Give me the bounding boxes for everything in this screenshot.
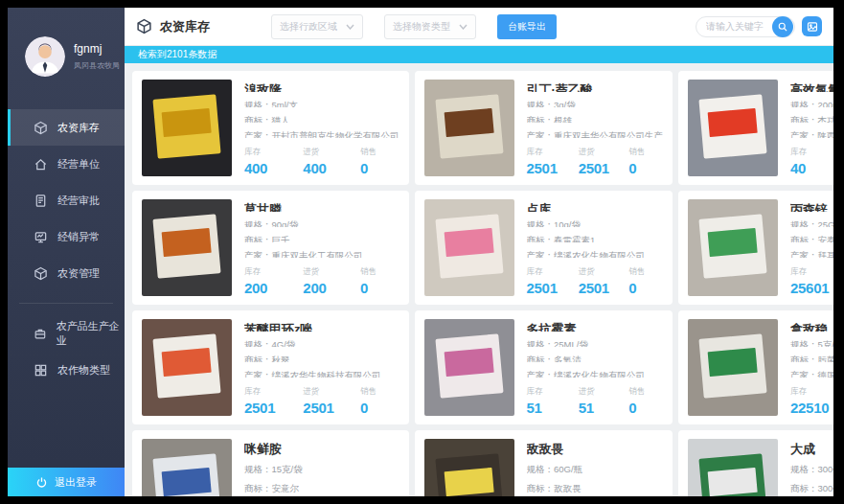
product-image-label xyxy=(162,108,212,137)
product-stats: 库存 40 进货 40 销售 0 xyxy=(790,147,833,176)
sidebar-item-crop-types[interactable]: 农作物类型 xyxy=(8,352,125,388)
product-card[interactable]: 草甘膦 规格：90g/袋 商标：巨千 产家：重庆双丰化工有限公司 库存 200 … xyxy=(132,191,409,305)
product-info: 大成 规格：300毫升/瓶 商标：300毫升敌敌畏 产家：山东大成生物有限公司 … xyxy=(790,439,833,496)
product-name: 草甘膦 xyxy=(244,201,399,212)
product-card[interactable]: 引丁·萘乙酸 规格：3g/袋 商标：根雄 产家：重庆双丰华公有限公司生产 库存 … xyxy=(415,71,673,185)
product-card[interactable]: 丙森锌 规格：25G/袋 商标：安泰生 产家：拜耳作物股份有限公司 库存 256… xyxy=(678,191,833,305)
product-card[interactable]: 拿敌稳 规格：5克/袋 商标：肟菌·戊唑醇 产家：德国拜耳股份有限公司 库存 2… xyxy=(678,310,833,424)
stock-label: 库存 xyxy=(527,386,579,398)
product-info: 苯醚甲环z唑 规格：4G/袋 商标：秋翠 产家：绵溪农华生物科技有限公司 库存 … xyxy=(244,319,399,416)
sidebar: fgnmj 凤冈县农牧局 农资库存 经营单位 经营审批 经销异常 xyxy=(8,8,125,496)
sale-label: 销售 xyxy=(360,147,399,158)
image-icon xyxy=(807,21,818,33)
spec-value: 5ml/支 xyxy=(272,100,298,107)
product-card[interactable]: 高效氯氟氰菊酯 规格：200mx50/瓶 商标：杰功 产家：陕西皇牌作物科技有限… xyxy=(678,71,833,185)
sale-value: 0 xyxy=(628,400,663,416)
purchase-stat: 进货 200 xyxy=(303,266,360,296)
product-image-label xyxy=(444,348,493,377)
product-image-package xyxy=(435,94,503,159)
product-card[interactable]: 苯醚甲环z唑 规格：4G/袋 商标：秋翠 产家：绵溪农华生物科技有限公司 库存 … xyxy=(132,310,409,424)
brand-value: 杰功 xyxy=(818,115,834,123)
stock-label: 库存 xyxy=(244,386,303,398)
spec-label: 规格： xyxy=(244,464,272,474)
sidebar-item-approvals[interactable]: 经营审批 xyxy=(8,182,125,218)
sidebar-item-label: 经营审批 xyxy=(57,194,100,208)
maker-value: 德国拜耳股份有限公司 xyxy=(818,370,834,378)
spec-value: 25ML/袋 xyxy=(554,339,588,347)
product-card[interactable]: 大成 规格：300毫升/瓶 商标：300毫升敌敌畏 产家：山东大成生物有限公司 … xyxy=(678,430,833,496)
product-brand: 商标：秋翠 xyxy=(244,355,399,362)
product-image xyxy=(142,439,232,496)
product-maker: 产家：重庆双丰华公有限公司生产 xyxy=(527,130,664,138)
stock-label: 库存 xyxy=(790,266,833,278)
product-stats: 库存 22510 进货 22510 销售 0 xyxy=(790,386,833,416)
product-maker: 产家：绵溪农化生物有限公司 xyxy=(527,370,664,378)
sale-stat: 销售 0 xyxy=(628,386,663,416)
product-image-package xyxy=(698,453,766,496)
product-image-label xyxy=(708,108,758,137)
spec-value: 15克/袋 xyxy=(272,464,303,474)
sidebar-item-producers[interactable]: 农产品生产企业 xyxy=(8,315,125,352)
region-select[interactable]: 选择行政区域 xyxy=(271,14,363,39)
chevron-down-icon xyxy=(346,24,354,30)
purchase-value: 2501 xyxy=(579,280,629,296)
product-image-package xyxy=(152,453,220,496)
product-info: 多抗霉素 规格：25ML/袋 商标：多氧清 产家：绵溪农化生物有限公司 库存 5… xyxy=(527,319,664,416)
brand-value: 安意尔 xyxy=(272,483,300,493)
product-name: 引丁·萘乙酸 xyxy=(527,81,664,92)
product-info: 咪鲜胺 规格：15克/袋 商标：安意尔 产家：绵溪农华生物科技有限公司 库存 进… xyxy=(244,439,399,496)
material-type-select[interactable]: 选择物资类型 xyxy=(384,14,476,39)
user-profile: fgnmj 凤冈县农牧局 xyxy=(8,8,125,77)
brand-value: 猫人 xyxy=(272,115,290,123)
product-spec: 规格：25ML/袋 xyxy=(527,339,664,347)
product-card[interactable]: 敌敌畏 规格：60G/瓶 商标：敌敌畏 产家：昆明农药有限公司 库存 进货 销售 xyxy=(415,430,673,496)
search-button[interactable] xyxy=(772,16,793,37)
product-card[interactable]: 多抗霉素 规格：25ML/袋 商标：多氧清 产家：绵溪农化生物有限公司 库存 5… xyxy=(415,310,673,424)
maker-value: 重庆双丰化工有限公司 xyxy=(272,250,363,258)
maker-value: 开封市普朗克生物化学有限公司 xyxy=(272,130,399,138)
result-count-text: 检索到2101条数据 xyxy=(138,48,217,61)
product-info: 丙森锌 规格：25G/袋 商标：安泰生 产家：拜耳作物股份有限公司 库存 256… xyxy=(790,199,833,296)
maker-value: 重庆双丰华公有限公司生产 xyxy=(554,130,663,138)
product-card[interactable]: 咪鲜胺 规格：15克/袋 商标：安意尔 产家：绵溪农华生物科技有限公司 库存 进… xyxy=(132,430,409,496)
sidebar-item-inventory[interactable]: 农资库存 xyxy=(8,109,125,146)
product-image-label xyxy=(162,348,212,377)
brand-label: 商标： xyxy=(527,115,555,123)
spec-label: 规格： xyxy=(790,339,818,347)
spec-label: 规格： xyxy=(527,464,555,474)
image-search-button[interactable] xyxy=(802,16,822,36)
sidebar-item-materials[interactable]: 农资管理 xyxy=(8,255,125,291)
spec-label: 规格： xyxy=(244,100,272,107)
brand-label: 商标： xyxy=(527,483,555,493)
product-card[interactable]: 溴敌隆 规格：5ml/支 商标：猫人 产家：开封市普朗克生物化学有限公司 库存 … xyxy=(132,71,409,185)
sidebar-item-business-units[interactable]: 经营单位 xyxy=(8,146,125,182)
product-image-label xyxy=(444,228,493,257)
brand-value: 300毫升敌敌畏 xyxy=(818,483,834,493)
monitor-icon xyxy=(34,230,48,244)
brand-value: 秋翠 xyxy=(272,355,290,362)
export-ledger-button[interactable]: 台账导出 xyxy=(497,14,557,39)
sale-stat: 销售 0 xyxy=(628,147,663,176)
document-icon xyxy=(34,194,48,208)
sale-value: 0 xyxy=(360,400,399,416)
search-icon xyxy=(777,21,788,33)
sidebar-item-anomalies[interactable]: 经销异常 xyxy=(8,218,125,255)
stock-stat: 库存 51 xyxy=(527,386,579,416)
logout-button[interactable]: 退出登录 xyxy=(8,468,125,496)
sale-label: 销售 xyxy=(628,266,663,278)
briefcase-icon xyxy=(34,327,47,341)
purchase-label: 进货 xyxy=(579,147,629,158)
stock-stat: 库存 40 xyxy=(790,147,833,176)
spec-value: 4G/袋 xyxy=(272,339,296,347)
maker-label: 产家： xyxy=(244,250,272,258)
brand-label: 商标： xyxy=(244,235,272,242)
product-stats: 库存 25601 进货 25601 销售 0 xyxy=(790,266,833,296)
stock-stat: 库存 2501 xyxy=(527,147,579,176)
product-card[interactable]: 点库 规格：10g/袋 商标：春雷霉素1 产家：绵溪农化生物有限公司 库存 25… xyxy=(415,191,673,305)
spec-label: 规格： xyxy=(790,100,818,107)
product-image-package xyxy=(698,94,766,159)
product-stats: 库存 400 进货 400 销售 0 xyxy=(244,147,399,176)
product-brand: 商标：根雄 xyxy=(527,115,664,123)
spec-label: 规格： xyxy=(790,464,818,474)
product-name: 咪鲜胺 xyxy=(244,441,399,456)
